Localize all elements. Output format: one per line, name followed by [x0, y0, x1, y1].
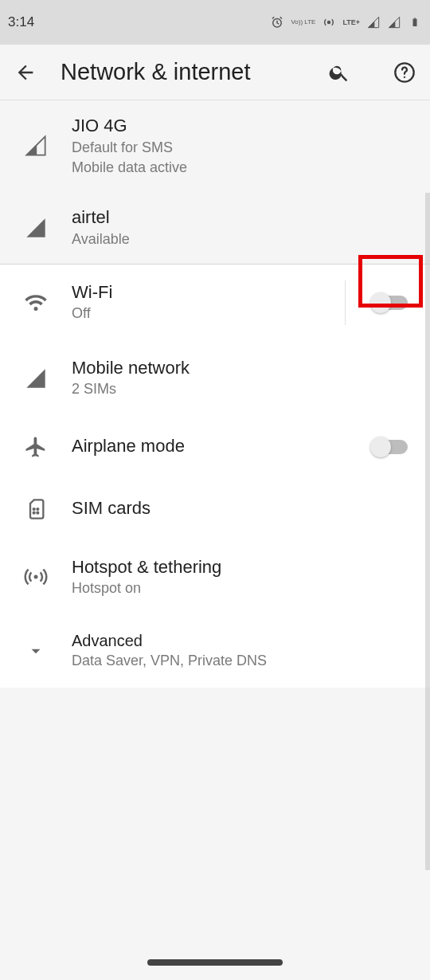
back-button[interactable]: [14, 61, 37, 84]
sim-item-airtel[interactable]: airtel Available: [0, 192, 430, 265]
svg-point-1: [328, 22, 330, 24]
app-bar: Network & internet: [0, 45, 430, 100]
row-airplane-mode[interactable]: Airplane mode: [0, 416, 430, 478]
row-title: Mobile network: [72, 357, 417, 380]
volte-indicator: Vo)) LTE: [291, 19, 315, 25]
row-wifi[interactable]: Wi-Fi Off: [0, 265, 430, 341]
svg-point-6: [33, 508, 35, 510]
row-subtitle: Hotspot on: [72, 578, 417, 598]
row-title: Hotspot & tethering: [72, 556, 417, 579]
help-button[interactable]: [393, 61, 416, 84]
navigation-bar-pill[interactable]: [147, 959, 283, 966]
status-bar: 3:14 Vo)) LTE LTE+: [0, 0, 430, 45]
search-button[interactable]: [328, 61, 350, 84]
row-title: Advanced: [72, 630, 417, 651]
sim-name: JIO 4G: [72, 115, 417, 138]
settings-list: Wi-Fi Off Mobile network 2 SIMs Airplane…: [0, 265, 430, 688]
row-title: Airplane mode: [72, 435, 338, 458]
chevron-down-icon: [25, 641, 46, 661]
svg-point-7: [37, 508, 38, 510]
signal-full-icon: [25, 217, 47, 239]
status-time: 3:14: [8, 14, 34, 30]
row-advanced[interactable]: Advanced Data Saver, VPN, Private DNS: [0, 614, 430, 687]
svg-rect-2: [413, 19, 417, 27]
status-icons: Vo)) LTE LTE+: [270, 15, 422, 29]
wifi-toggle[interactable]: [373, 296, 408, 310]
sim-item-jio[interactable]: JIO 4G Default for SMS Mobile data activ…: [0, 100, 430, 192]
row-subtitle: 2 SIMs: [72, 379, 417, 399]
page-title: Network & internet: [61, 59, 285, 85]
svg-point-5: [404, 76, 405, 77]
svg-point-8: [33, 512, 35, 513]
signal-partial-icon: [25, 135, 47, 157]
row-subtitle: Off: [72, 304, 332, 323]
battery-icon: [408, 15, 422, 29]
airplane-toggle[interactable]: [373, 440, 408, 454]
row-hotspot[interactable]: Hotspot & tethering Hotspot on: [0, 540, 430, 615]
sim-name: airtel: [72, 206, 417, 229]
hotspot-status-icon: [322, 15, 336, 29]
sim-card-icon: [25, 498, 47, 520]
scrollbar[interactable]: [425, 193, 430, 870]
sim-subtitle-1: Default for SMS: [72, 138, 417, 158]
row-mobile-network[interactable]: Mobile network 2 SIMs: [0, 341, 430, 416]
row-subtitle: Data Saver, VPN, Private DNS: [72, 651, 417, 671]
signal-icon: [25, 367, 47, 390]
svg-point-10: [34, 575, 38, 579]
row-title: SIM cards: [72, 497, 417, 520]
row-title: Wi-Fi: [72, 281, 332, 304]
signal-icon-1: [366, 15, 381, 29]
divider: [345, 280, 346, 325]
signal-icon-2: [387, 15, 401, 29]
row-sim-cards[interactable]: SIM cards: [0, 478, 430, 540]
sim-summary-block: JIO 4G Default for SMS Mobile data activ…: [0, 100, 430, 265]
alarm-icon: [270, 15, 284, 29]
svg-rect-3: [414, 18, 416, 19]
sim-subtitle-2: Mobile data active: [72, 158, 417, 178]
hotspot-icon: [24, 565, 48, 589]
svg-point-9: [37, 512, 38, 513]
lte-indicator: LTE+: [342, 18, 360, 26]
airplane-icon: [24, 435, 48, 459]
sim-subtitle-1: Available: [72, 229, 417, 249]
wifi-icon: [24, 291, 48, 315]
